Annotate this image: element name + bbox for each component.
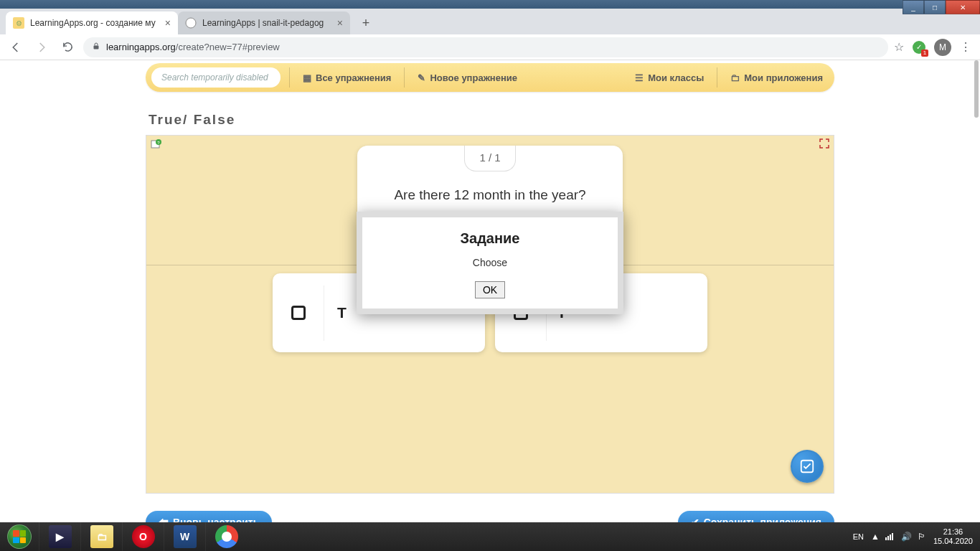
window-minimize-button[interactable]: _	[903, 0, 924, 14]
tray-date-text: 15.04.2020	[933, 537, 973, 546]
question-text: Are there 12 month in the year?	[357, 187, 623, 203]
window-titlebar: _ □ ✕	[0, 0, 980, 9]
browser-address-bar: learningapps.org/create?new=77#preview ☆…	[0, 34, 980, 60]
question-counter: 1 / 1	[464, 146, 515, 171]
nav-my-classes[interactable]: ☰ Мои классы	[631, 72, 708, 83]
action-row: 🡄 Вновь настроить ✔ Сохранить приложения	[146, 511, 834, 522]
page-title: True/ False	[149, 112, 834, 128]
button-label: Сохранить приложения	[704, 517, 821, 522]
reconfigure-button[interactable]: 🡄 Вновь настроить	[146, 511, 272, 522]
svg-point-2	[186, 18, 196, 28]
forward-button[interactable]	[32, 37, 52, 57]
task-modal: Задание Choose OK	[357, 212, 623, 314]
site-nav-bar: Search temporarily disabled ▦ Все упражн…	[146, 63, 834, 92]
bookmark-star-icon[interactable]: ☆	[894, 40, 904, 54]
help-icon[interactable]: ?	[151, 138, 162, 150]
tray-up-icon[interactable]: ▲	[871, 532, 880, 542]
tab-close-icon[interactable]: ×	[165, 17, 171, 29]
answer-checkbox-wrap	[273, 286, 324, 341]
taskbar-app-explorer[interactable]: 🗀	[80, 522, 122, 551]
button-label: Вновь настроить	[173, 517, 259, 522]
list-icon: ☰	[635, 72, 644, 83]
nav-my-apps[interactable]: 🗀 Мои приложения	[726, 72, 834, 83]
tray-time-text: 21:36	[933, 527, 973, 537]
check-icon: ✔	[691, 517, 699, 522]
check-answer-button[interactable]	[791, 450, 824, 483]
arrow-left-icon: 🡄	[159, 517, 169, 522]
tray-network-icon[interactable]	[885, 532, 895, 542]
back-button[interactable]	[6, 37, 26, 57]
start-button[interactable]	[0, 522, 39, 551]
svg-rect-3	[94, 46, 99, 50]
windows-taskbar: ▶ 🗀 O W EN ▲ 🔊 🏳 21:36 15.04.2020	[0, 522, 980, 551]
nav-separator	[717, 67, 717, 88]
extension-badge: 1	[921, 50, 928, 57]
exercise-frame: ? 1 / 1 Are there 12 month in the year? …	[146, 135, 834, 494]
favicon-icon: ⚙	[13, 17, 24, 29]
fullscreen-icon[interactable]	[819, 138, 829, 151]
taskbar-app-opera[interactable]: O	[122, 522, 164, 551]
taskbar-app-chrome[interactable]	[205, 522, 247, 551]
taskbar-app-mediaplayer[interactable]: ▶	[39, 522, 80, 551]
nav-separator	[404, 67, 405, 88]
grid-icon: ▦	[303, 72, 311, 83]
modal-ok-button[interactable]: OK	[475, 281, 505, 298]
window-maximize-button[interactable]: □	[924, 0, 946, 14]
modal-title: Задание	[362, 230, 618, 247]
scrollbar-thumb[interactable]	[974, 60, 979, 118]
lock-icon	[92, 42, 100, 52]
tray-flag-icon[interactable]: 🏳	[918, 532, 926, 542]
svg-rect-11	[892, 533, 893, 540]
nav-all-exercises[interactable]: ▦ Все упражнения	[298, 72, 395, 83]
profile-avatar[interactable]: M	[934, 39, 951, 56]
checkbox-icon[interactable]	[291, 306, 306, 320]
favicon-icon	[185, 17, 197, 29]
system-tray: EN ▲ 🔊 🏳 21:36 15.04.2020	[853, 527, 980, 546]
url-text: learningapps.org/create?new=77#preview	[106, 42, 280, 52]
tab-title: LearningApps.org - создание му	[30, 18, 159, 28]
browser-tab-strip: ⚙ LearningApps.org - создание му × Learn…	[0, 9, 980, 34]
site-search-input[interactable]: Search temporarily disabled	[151, 67, 281, 88]
windows-logo-icon	[13, 530, 26, 543]
nav-label: Мои классы	[648, 72, 704, 83]
svg-text:⚙: ⚙	[16, 19, 22, 27]
svg-rect-10	[890, 534, 891, 540]
nav-new-exercise[interactable]: ✎ Новое упражнение	[413, 72, 522, 83]
pencil-icon: ✎	[418, 72, 425, 83]
page-viewport: Search temporarily disabled ▦ Все упражн…	[0, 60, 980, 522]
save-app-button[interactable]: ✔ Сохранить приложения	[678, 511, 834, 522]
taskbar-app-word[interactable]: W	[164, 522, 205, 551]
folder-icon: 🗀	[730, 72, 740, 83]
tray-clock[interactable]: 21:36 15.04.2020	[933, 527, 973, 546]
svg-rect-9	[887, 536, 889, 540]
extension-icon[interactable]: ✓1	[913, 41, 925, 54]
browser-tab-inactive[interactable]: LearningApps | snail-it-pedagog ×	[178, 11, 350, 34]
url-input[interactable]: learningapps.org/create?new=77#preview	[83, 37, 888, 57]
nav-separator	[289, 67, 290, 88]
tab-title: LearningApps | snail-it-pedagog	[202, 18, 331, 28]
nav-label: Все упражнения	[316, 72, 391, 83]
tray-language[interactable]: EN	[853, 532, 864, 541]
tray-volume-icon[interactable]: 🔊	[901, 532, 912, 542]
nav-label: Мои приложения	[744, 72, 823, 83]
nav-label: Новое упражнение	[430, 72, 517, 83]
new-tab-button[interactable]: +	[356, 13, 376, 33]
window-close-button[interactable]: ✕	[946, 0, 980, 14]
browser-menu-icon[interactable]: ⋮	[960, 40, 971, 54]
reload-button[interactable]	[57, 37, 77, 57]
tab-close-icon[interactable]: ×	[337, 17, 343, 29]
browser-tab-active[interactable]: ⚙ LearningApps.org - создание му ×	[6, 11, 178, 34]
modal-body: Choose	[362, 257, 618, 268]
svg-rect-8	[885, 537, 887, 540]
